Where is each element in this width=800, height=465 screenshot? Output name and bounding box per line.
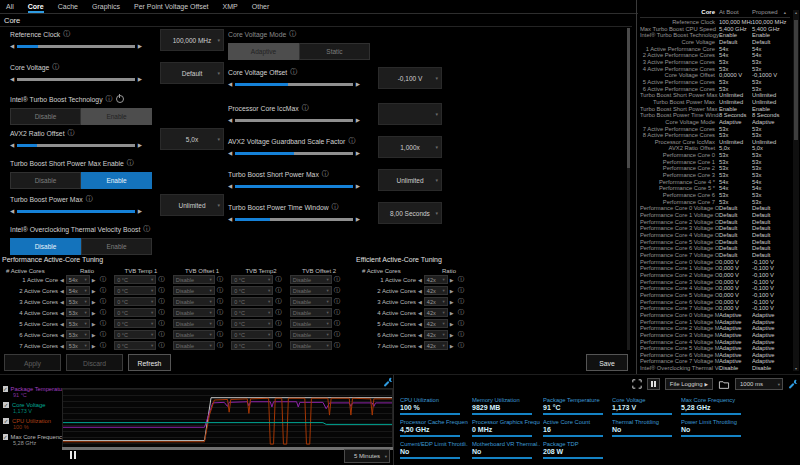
tvb-temp1-select[interactable]: 0 °C▾ xyxy=(114,275,156,284)
tvb-temp2-select[interactable]: 0 °C▾ xyxy=(231,341,273,350)
folder-icon[interactable] xyxy=(718,379,730,390)
file-logging-button[interactable]: File Logging▶ xyxy=(665,378,713,390)
legend-checkbox[interactable]: ✓ xyxy=(3,418,9,424)
info-icon[interactable]: ⓘ xyxy=(332,286,341,295)
scroll-up-icon[interactable]: ▴ xyxy=(793,10,799,15)
slider-track[interactable] xyxy=(17,144,135,147)
info-icon[interactable]: ⓘ xyxy=(52,62,59,72)
increase-ratio-icon[interactable]: ▶ xyxy=(448,288,456,294)
tvb-offset1-select[interactable]: Disable▾ xyxy=(173,286,215,295)
ratio-select[interactable]: 54x▾ xyxy=(66,275,90,284)
info-icon[interactable]: ⓘ xyxy=(273,297,282,306)
increase-ratio-icon[interactable]: ▶ xyxy=(448,310,456,316)
turbo-boost-short-power-max-value[interactable]: Unlimited▾ xyxy=(378,169,442,191)
decrease-ratio-icon[interactable]: ◀ xyxy=(416,288,424,294)
tvb-temp1-select[interactable]: 0 °C▾ xyxy=(114,330,156,339)
info-icon[interactable]: ⓘ xyxy=(289,29,296,39)
turbo-boost-power-time-window-value[interactable]: 8,00 Seconds▾ xyxy=(378,202,442,224)
info-icon[interactable]: ⓘ xyxy=(215,297,224,306)
increase-ratio-icon[interactable]: ▶ xyxy=(90,299,98,305)
column-core[interactable]: Core xyxy=(640,9,719,15)
scroll-down-icon[interactable]: ▾ xyxy=(793,366,799,371)
info-icon[interactable]: ⓘ xyxy=(456,297,465,306)
info-icon[interactable]: ⓘ xyxy=(98,319,107,328)
tvb-offset2-select[interactable]: Disable▾ xyxy=(290,319,332,328)
turbo-boost-short-power-max-enable-enable-button[interactable]: Enable xyxy=(81,172,152,189)
slider-left-icon[interactable]: ◀ xyxy=(10,208,14,214)
slider-left-icon[interactable]: ◀ xyxy=(10,76,14,82)
tvb-offset2-select[interactable]: Disable▾ xyxy=(290,308,332,317)
info-icon[interactable]: ⓘ xyxy=(215,330,224,339)
tab-core[interactable]: Core xyxy=(28,1,44,13)
slider-right-icon[interactable]: ▶ xyxy=(356,81,360,87)
info-icon[interactable]: ⓘ xyxy=(106,94,113,104)
info-icon[interactable]: ⓘ xyxy=(332,319,341,328)
decrease-ratio-icon[interactable]: ◀ xyxy=(58,277,66,283)
tab-graphics[interactable]: Graphics xyxy=(92,1,120,13)
legend-checkbox[interactable]: ✓ xyxy=(3,386,8,392)
info-icon[interactable]: ⓘ xyxy=(332,341,341,350)
info-icon[interactable]: ⓘ xyxy=(456,341,465,350)
processor-core-iccmax-value[interactable]: ▾ xyxy=(378,103,442,125)
info-icon[interactable]: ⓘ xyxy=(456,275,465,284)
slider-right-icon[interactable]: ▶ xyxy=(138,43,142,49)
tvb-temp1-select[interactable]: 0 °C▾ xyxy=(114,341,156,350)
info-icon[interactable]: ⓘ xyxy=(215,286,224,295)
ratio-select[interactable]: 53x▾ xyxy=(66,308,90,317)
overclocking-thermal-velocity-boost-enable-button[interactable]: Enable xyxy=(81,238,152,255)
tvb-temp1-select[interactable]: 0 °C▾ xyxy=(114,297,156,306)
increase-ratio-icon[interactable]: ▶ xyxy=(448,332,456,338)
slider-left-icon[interactable]: ◀ xyxy=(228,216,232,222)
slider-left-icon[interactable]: ◀ xyxy=(10,142,14,148)
reference-clock-value[interactable]: 100,000 MHz▾ xyxy=(160,29,224,51)
legend-checkbox[interactable]: ✓ xyxy=(3,402,9,408)
info-icon[interactable]: ⓘ xyxy=(273,308,282,317)
slider-left-icon[interactable]: ◀ xyxy=(228,183,232,189)
expand-icon[interactable] xyxy=(632,379,642,389)
info-icon[interactable]: ⓘ xyxy=(156,286,165,295)
info-icon[interactable]: ⓘ xyxy=(156,319,165,328)
refresh-button[interactable]: Refresh xyxy=(128,354,171,371)
info-icon[interactable]: ⓘ xyxy=(98,341,107,350)
ratio-select[interactable]: 42x▾ xyxy=(424,308,448,317)
tvb-offset1-select[interactable]: Disable▾ xyxy=(173,297,215,306)
ratio-select[interactable]: 53x▾ xyxy=(66,341,90,350)
save-button[interactable]: Save xyxy=(586,354,628,371)
tvb-temp1-select[interactable]: 0 °C▾ xyxy=(114,308,156,317)
info-icon[interactable]: ⓘ xyxy=(156,308,165,317)
info-icon[interactable]: ⓘ xyxy=(156,330,165,339)
slider-track[interactable] xyxy=(235,185,353,188)
info-icon[interactable]: ⓘ xyxy=(456,319,465,328)
info-icon[interactable]: ⓘ xyxy=(456,308,465,317)
slider-left-icon[interactable]: ◀ xyxy=(228,150,232,156)
ratio-select[interactable]: 54x▾ xyxy=(66,286,90,295)
turbo-boost-technology-disable-button[interactable]: Disable xyxy=(10,108,81,125)
tvb-temp2-select[interactable]: 0 °C▾ xyxy=(231,275,273,284)
info-icon[interactable]: ⓘ xyxy=(273,319,282,328)
ratio-select[interactable]: 42x▾ xyxy=(424,275,448,284)
tvb-offset1-select[interactable]: Disable▾ xyxy=(173,330,215,339)
interval-dropdown[interactable]: 1000 ms▾ xyxy=(735,378,783,390)
info-icon[interactable]: ⓘ xyxy=(98,297,107,306)
info-icon[interactable]: ⓘ xyxy=(98,275,107,284)
ratio-select[interactable]: 53x▾ xyxy=(66,297,90,306)
info-icon[interactable]: ⓘ xyxy=(98,286,107,295)
ratio-select[interactable]: 53x▾ xyxy=(66,330,90,339)
monitor-pause-button[interactable] xyxy=(647,378,660,390)
slider-track[interactable] xyxy=(17,45,135,48)
settings-scrollbar[interactable]: ▴ ▾ xyxy=(793,10,799,371)
ratio-select[interactable]: 53x▾ xyxy=(66,319,90,328)
tvb-offset1-select[interactable]: Disable▾ xyxy=(173,308,215,317)
tvb-offset2-select[interactable]: Disable▾ xyxy=(290,330,332,339)
slider-track[interactable] xyxy=(235,119,353,122)
info-icon[interactable]: ⓘ xyxy=(456,286,465,295)
increase-ratio-icon[interactable]: ▶ xyxy=(448,277,456,283)
info-icon[interactable]: ⓘ xyxy=(348,136,355,146)
main-scrollbar[interactable] xyxy=(627,28,630,350)
slider-right-icon[interactable]: ▶ xyxy=(356,183,360,189)
info-icon[interactable]: ⓘ xyxy=(332,202,339,212)
tvb-temp2-select[interactable]: 0 °C▾ xyxy=(231,286,273,295)
decrease-ratio-icon[interactable]: ◀ xyxy=(416,332,424,338)
slider-right-icon[interactable]: ▶ xyxy=(138,76,142,82)
info-icon[interactable]: ⓘ xyxy=(143,224,150,234)
